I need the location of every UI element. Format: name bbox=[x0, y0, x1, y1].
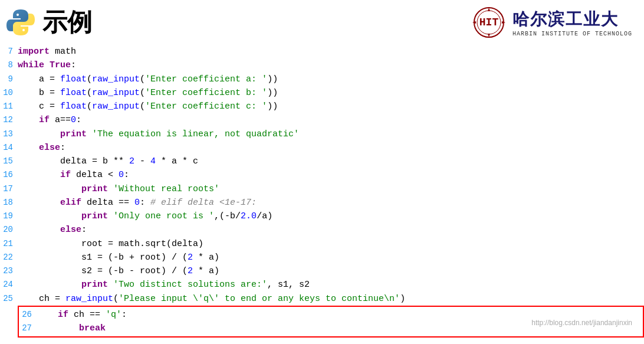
code-line: 22 s1 = (-b + root) / (2 * a) bbox=[0, 251, 644, 264]
code-content: print 'Without real roots' bbox=[18, 182, 644, 196]
code-line: 16 if delta < 0: bbox=[0, 168, 644, 182]
line-number: 12 bbox=[0, 114, 18, 127]
code-line: 7import math bbox=[0, 45, 644, 58]
line-number: 26 bbox=[19, 309, 37, 322]
line-number: 14 bbox=[0, 142, 18, 155]
code-content: print 'Two distinct solutions are:', s1,… bbox=[18, 278, 644, 291]
line-number: 10 bbox=[0, 87, 18, 100]
code-line: 20 else: bbox=[0, 223, 644, 237]
code-content: c = float(raw_input('Enter coefficient c… bbox=[18, 100, 644, 113]
hit-name-english: HARBIN INSTITUTE OF TECHNOLOG bbox=[512, 31, 632, 37]
code-line: 14 else: bbox=[0, 141, 644, 155]
code-content: b = float(raw_input('Enter coefficient b… bbox=[18, 86, 644, 100]
code-line: 8while True: bbox=[0, 58, 644, 72]
hit-text: 哈尔滨工业大 HARBIN INSTITUTE OF TECHNOLOG bbox=[512, 8, 632, 37]
code-line: 24 print 'Two distinct solutions are:', … bbox=[0, 278, 644, 291]
line-number: 13 bbox=[0, 128, 18, 141]
line-number: 8 bbox=[0, 59, 18, 72]
line-number: 24 bbox=[0, 279, 18, 291]
line-number: 19 bbox=[0, 210, 18, 223]
line-number: 22 bbox=[0, 251, 18, 264]
code-content: import math bbox=[18, 45, 644, 58]
code-line: 19 print 'Only one root is ',(-b/2.0/a) bbox=[0, 209, 644, 223]
line-number: 20 bbox=[0, 224, 18, 237]
line-number: 23 bbox=[0, 265, 18, 278]
line-number: 18 bbox=[0, 196, 18, 209]
code-line: 12 if a==0: bbox=[0, 113, 644, 127]
code-line: 21 root = math.sqrt(delta) bbox=[0, 237, 644, 251]
line-number: 21 bbox=[0, 238, 18, 251]
header: 示例 HIT 哈尔滨工业大 HARBIN INSTITUTE OF TECHNO… bbox=[0, 0, 644, 45]
code-line: 9 a = float(raw_input('Enter coefficient… bbox=[0, 73, 644, 86]
hit-name-chinese: 哈尔滨工业大 bbox=[512, 8, 619, 31]
page-title: 示例 bbox=[42, 6, 92, 39]
code-content: a = float(raw_input('Enter coefficient a… bbox=[18, 73, 644, 86]
code-line: 23 s2 = (-b - root) / (2 * a) bbox=[0, 264, 644, 278]
line-number: 25 bbox=[0, 293, 18, 306]
line-number: 16 bbox=[0, 169, 18, 182]
line-number: 27 bbox=[19, 322, 37, 335]
line-number: 9 bbox=[0, 73, 18, 86]
svg-point-0 bbox=[17, 14, 19, 16]
code-line: 17 print 'Without real roots' bbox=[0, 182, 644, 196]
code-content: ch = raw_input('Please input \'q\' to en… bbox=[18, 292, 644, 306]
code-line: 15 delta = b ** 2 - 4 * a * c bbox=[0, 155, 644, 168]
python-logo bbox=[6, 8, 35, 37]
code-content: s2 = (-b - root) / (2 * a) bbox=[18, 264, 644, 278]
code-content: if delta < 0: bbox=[18, 168, 644, 182]
code-content: root = math.sqrt(delta) bbox=[18, 237, 644, 251]
code-line: 11 c = float(raw_input('Enter coefficien… bbox=[0, 100, 644, 113]
code-content: s1 = (-b + root) / (2 * a) bbox=[18, 251, 644, 264]
line-number: 17 bbox=[0, 183, 18, 196]
code-line: 10 b = float(raw_input('Enter coefficien… bbox=[0, 86, 644, 100]
code-wrapper: 7import math8while True:9 a = float(raw_… bbox=[0, 45, 644, 338]
line-number: 11 bbox=[0, 100, 18, 113]
code-line: 25 ch = raw_input('Please input \'q\' to… bbox=[0, 292, 644, 306]
svg-text:HIT: HIT bbox=[479, 17, 499, 28]
code-area: 7import math8while True:9 a = float(raw_… bbox=[0, 45, 644, 338]
svg-point-1 bbox=[22, 29, 25, 31]
code-content: else: bbox=[18, 223, 644, 237]
code-content: else: bbox=[18, 141, 644, 155]
code-content: elif delta == 0: # elif delta <1e-17: bbox=[18, 196, 644, 209]
code-content: delta = b ** 2 - 4 * a * c bbox=[18, 155, 644, 168]
code-line: 18 elif delta == 0: # elif delta <1e-17: bbox=[0, 196, 644, 209]
code-content: print 'The equation is linear, not quadr… bbox=[18, 127, 644, 141]
line-number: 7 bbox=[0, 45, 18, 58]
code-content: if a==0: bbox=[18, 113, 644, 127]
header-left: 示例 bbox=[6, 6, 92, 39]
hit-logo-icon: HIT bbox=[471, 6, 507, 39]
code-line: 13 print 'The equation is linear, not qu… bbox=[0, 127, 644, 141]
line-number: 15 bbox=[0, 155, 18, 168]
code-content: while True: bbox=[18, 58, 644, 72]
header-right: HIT 哈尔滨工业大 HARBIN INSTITUTE OF TECHNOLOG bbox=[471, 6, 632, 39]
watermark-text: http://blog.csdn.net/jiandanjinxin bbox=[531, 319, 632, 327]
code-content: print 'Only one root is ',(-b/2.0/a) bbox=[18, 209, 644, 223]
